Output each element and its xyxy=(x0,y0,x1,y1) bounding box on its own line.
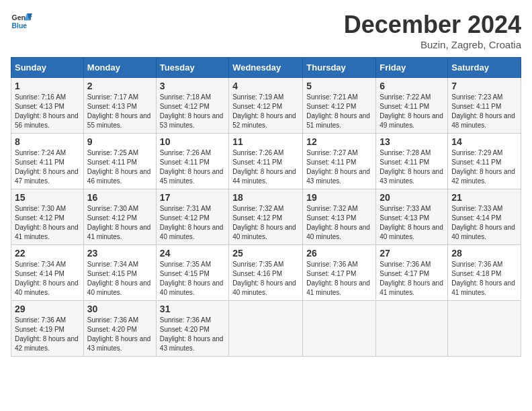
day-number: 16 xyxy=(87,192,152,203)
day-info: Sunrise: 7:35 AMSunset: 4:16 PMDaylight:… xyxy=(232,260,299,298)
day-info: Sunrise: 7:30 AMSunset: 4:12 PMDaylight:… xyxy=(15,204,80,242)
calendar-cell: 6 Sunrise: 7:22 AMSunset: 4:11 PMDayligh… xyxy=(376,78,448,134)
day-number: 15 xyxy=(15,192,80,203)
calendar-cell: 9 Sunrise: 7:25 AMSunset: 4:11 PMDayligh… xyxy=(83,134,156,189)
calendar-header-row: SundayMondayTuesdayWednesdayThursdayFrid… xyxy=(11,58,521,78)
calendar-cell: 3 Sunrise: 7:18 AMSunset: 4:12 PMDayligh… xyxy=(156,78,228,134)
day-number: 22 xyxy=(15,248,80,259)
day-info: Sunrise: 7:21 AMSunset: 4:12 PMDaylight:… xyxy=(306,93,372,130)
day-number: 26 xyxy=(306,248,372,259)
day-info: Sunrise: 7:35 AMSunset: 4:15 PMDaylight:… xyxy=(160,260,225,298)
day-number: 17 xyxy=(160,192,225,203)
calendar-cell: 30 Sunrise: 7:36 AMSunset: 4:20 PMDaylig… xyxy=(83,301,156,357)
weekday-header: Sunday xyxy=(11,58,84,78)
day-info: Sunrise: 7:23 AMSunset: 4:11 PMDaylight:… xyxy=(451,93,517,130)
svg-text:Blue: Blue xyxy=(12,22,28,30)
day-info: Sunrise: 7:16 AMSunset: 4:13 PMDaylight:… xyxy=(15,93,80,130)
day-info: Sunrise: 7:32 AMSunset: 4:13 PMDaylight:… xyxy=(306,204,372,242)
calendar-cell xyxy=(376,301,448,357)
page-header: General Blue December 2024 Buzin, Zagreb… xyxy=(11,11,521,50)
calendar-cell xyxy=(229,301,303,357)
day-info: Sunrise: 7:17 AMSunset: 4:13 PMDaylight:… xyxy=(87,93,152,130)
day-number: 25 xyxy=(232,248,299,259)
day-number: 10 xyxy=(160,136,225,147)
day-info: Sunrise: 7:33 AMSunset: 4:14 PMDaylight:… xyxy=(451,204,517,242)
day-info: Sunrise: 7:36 AMSunset: 4:17 PMDaylight:… xyxy=(306,260,372,298)
calendar-cell: 2 Sunrise: 7:17 AMSunset: 4:13 PMDayligh… xyxy=(83,78,156,134)
calendar-cell: 26 Sunrise: 7:36 AMSunset: 4:17 PMDaylig… xyxy=(303,245,376,301)
calendar-cell: 5 Sunrise: 7:21 AMSunset: 4:12 PMDayligh… xyxy=(303,78,376,134)
day-info: Sunrise: 7:25 AMSunset: 4:11 PMDaylight:… xyxy=(87,148,152,186)
day-info: Sunrise: 7:30 AMSunset: 4:12 PMDaylight:… xyxy=(87,204,152,242)
weekday-header: Thursday xyxy=(303,58,376,78)
day-number: 29 xyxy=(15,304,80,314)
calendar-cell: 18 Sunrise: 7:32 AMSunset: 4:12 PMDaylig… xyxy=(229,189,303,245)
logo-icon: General Blue xyxy=(11,11,32,32)
calendar-cell: 24 Sunrise: 7:35 AMSunset: 4:15 PMDaylig… xyxy=(156,245,228,301)
day-info: Sunrise: 7:31 AMSunset: 4:12 PMDaylight:… xyxy=(160,204,225,242)
location: Buzin, Zagreb, Croatia xyxy=(344,39,521,50)
day-info: Sunrise: 7:18 AMSunset: 4:12 PMDaylight:… xyxy=(160,93,225,130)
day-number: 20 xyxy=(380,192,444,203)
day-number: 28 xyxy=(451,248,517,259)
day-info: Sunrise: 7:32 AMSunset: 4:12 PMDaylight:… xyxy=(232,204,299,242)
day-info: Sunrise: 7:27 AMSunset: 4:11 PMDaylight:… xyxy=(306,148,372,186)
calendar-week-row: 22 Sunrise: 7:34 AMSunset: 4:14 PMDaylig… xyxy=(11,245,521,301)
calendar-cell: 19 Sunrise: 7:32 AMSunset: 4:13 PMDaylig… xyxy=(303,189,376,245)
day-number: 4 xyxy=(232,81,299,91)
calendar-week-row: 1 Sunrise: 7:16 AMSunset: 4:13 PMDayligh… xyxy=(11,78,521,134)
day-info: Sunrise: 7:22 AMSunset: 4:11 PMDaylight:… xyxy=(380,93,444,130)
day-info: Sunrise: 7:34 AMSunset: 4:14 PMDaylight:… xyxy=(15,260,80,298)
day-info: Sunrise: 7:19 AMSunset: 4:12 PMDaylight:… xyxy=(232,93,299,130)
calendar-cell: 15 Sunrise: 7:30 AMSunset: 4:12 PMDaylig… xyxy=(11,189,84,245)
day-info: Sunrise: 7:36 AMSunset: 4:20 PMDaylight:… xyxy=(160,316,225,353)
day-number: 23 xyxy=(87,248,152,259)
calendar-week-row: 15 Sunrise: 7:30 AMSunset: 4:12 PMDaylig… xyxy=(11,189,521,245)
logo: General Blue xyxy=(11,11,32,32)
day-number: 2 xyxy=(87,81,152,91)
day-number: 14 xyxy=(451,136,517,147)
weekday-header: Monday xyxy=(83,58,156,78)
calendar-cell: 25 Sunrise: 7:35 AMSunset: 4:16 PMDaylig… xyxy=(229,245,303,301)
day-info: Sunrise: 7:26 AMSunset: 4:11 PMDaylight:… xyxy=(160,148,225,186)
day-number: 18 xyxy=(232,192,299,203)
day-info: Sunrise: 7:36 AMSunset: 4:20 PMDaylight:… xyxy=(87,316,152,353)
calendar-cell: 28 Sunrise: 7:36 AMSunset: 4:18 PMDaylig… xyxy=(448,245,521,301)
day-number: 21 xyxy=(451,192,517,203)
day-info: Sunrise: 7:36 AMSunset: 4:19 PMDaylight:… xyxy=(15,316,80,353)
calendar-cell: 16 Sunrise: 7:30 AMSunset: 4:12 PMDaylig… xyxy=(83,189,156,245)
calendar-table: SundayMondayTuesdayWednesdayThursdayFrid… xyxy=(11,57,521,357)
day-info: Sunrise: 7:29 AMSunset: 4:11 PMDaylight:… xyxy=(451,148,517,186)
day-number: 3 xyxy=(160,81,225,91)
calendar-cell: 27 Sunrise: 7:36 AMSunset: 4:17 PMDaylig… xyxy=(376,245,448,301)
day-number: 1 xyxy=(15,81,80,91)
calendar-cell xyxy=(448,301,521,357)
calendar-week-row: 8 Sunrise: 7:24 AMSunset: 4:11 PMDayligh… xyxy=(11,134,521,189)
day-number: 30 xyxy=(87,304,152,314)
calendar-cell: 23 Sunrise: 7:34 AMSunset: 4:15 PMDaylig… xyxy=(83,245,156,301)
calendar-cell: 11 Sunrise: 7:26 AMSunset: 4:11 PMDaylig… xyxy=(229,134,303,189)
calendar-cell: 17 Sunrise: 7:31 AMSunset: 4:12 PMDaylig… xyxy=(156,189,228,245)
title-block: December 2024 Buzin, Zagreb, Croatia xyxy=(344,11,521,50)
day-number: 13 xyxy=(380,136,444,147)
calendar-cell: 13 Sunrise: 7:28 AMSunset: 4:11 PMDaylig… xyxy=(376,134,448,189)
day-info: Sunrise: 7:36 AMSunset: 4:17 PMDaylight:… xyxy=(380,260,444,298)
day-number: 11 xyxy=(232,136,299,147)
day-info: Sunrise: 7:34 AMSunset: 4:15 PMDaylight:… xyxy=(87,260,152,298)
weekday-header: Friday xyxy=(376,58,448,78)
calendar-cell: 31 Sunrise: 7:36 AMSunset: 4:20 PMDaylig… xyxy=(156,301,228,357)
calendar-week-row: 29 Sunrise: 7:36 AMSunset: 4:19 PMDaylig… xyxy=(11,301,521,357)
calendar-cell: 10 Sunrise: 7:26 AMSunset: 4:11 PMDaylig… xyxy=(156,134,228,189)
day-number: 7 xyxy=(451,81,517,91)
weekday-header: Saturday xyxy=(448,58,521,78)
day-number: 9 xyxy=(87,136,152,147)
day-number: 24 xyxy=(160,248,225,259)
calendar-cell: 14 Sunrise: 7:29 AMSunset: 4:11 PMDaylig… xyxy=(448,134,521,189)
day-number: 31 xyxy=(160,304,225,314)
day-info: Sunrise: 7:26 AMSunset: 4:11 PMDaylight:… xyxy=(232,148,299,186)
day-number: 12 xyxy=(306,136,372,147)
calendar-cell: 4 Sunrise: 7:19 AMSunset: 4:12 PMDayligh… xyxy=(229,78,303,134)
day-number: 5 xyxy=(306,81,372,91)
calendar-cell: 29 Sunrise: 7:36 AMSunset: 4:19 PMDaylig… xyxy=(11,301,84,357)
calendar-cell: 22 Sunrise: 7:34 AMSunset: 4:14 PMDaylig… xyxy=(11,245,84,301)
